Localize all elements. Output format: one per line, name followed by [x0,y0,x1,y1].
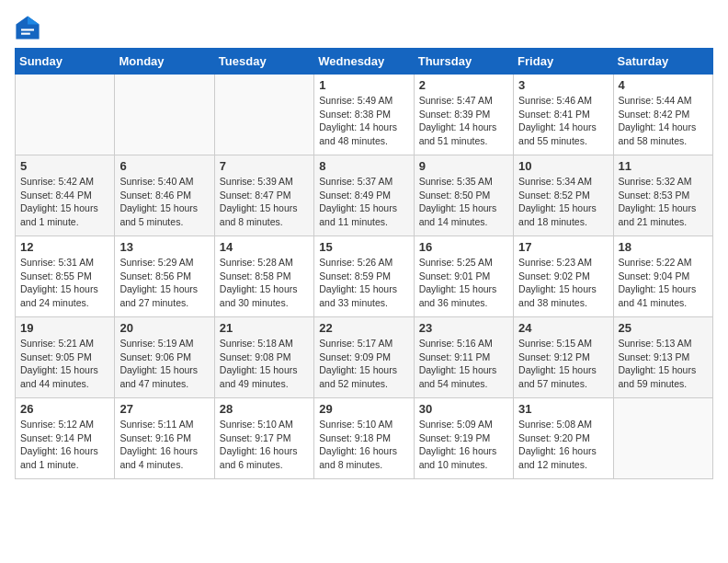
calendar-week-row: 19Sunrise: 5:21 AM Sunset: 9:05 PM Dayli… [16,317,713,398]
day-of-week-header: Thursday [414,49,513,75]
day-number: 26 [20,402,109,416]
calendar-cell: 15Sunrise: 5:26 AM Sunset: 8:59 PM Dayli… [314,236,414,317]
calendar-week-row: 26Sunrise: 5:12 AM Sunset: 9:14 PM Dayli… [16,398,713,479]
calendar-cell: 16Sunrise: 5:25 AM Sunset: 9:01 PM Dayli… [414,236,513,317]
day-number: 2 [419,78,508,92]
day-of-week-header: Monday [115,49,214,75]
day-info: Sunrise: 5:16 AM Sunset: 9:11 PM Dayligh… [419,337,508,391]
day-number: 27 [119,402,209,416]
calendar-cell: 19Sunrise: 5:21 AM Sunset: 9:05 PM Dayli… [16,317,115,398]
day-info: Sunrise: 5:34 AM Sunset: 8:52 PM Dayligh… [518,175,608,229]
day-info: Sunrise: 5:25 AM Sunset: 9:01 PM Dayligh… [419,256,508,310]
day-info: Sunrise: 5:18 AM Sunset: 9:08 PM Dayligh… [220,337,309,391]
calendar-week-row: 5Sunrise: 5:42 AM Sunset: 8:44 PM Daylig… [16,155,713,236]
day-number: 6 [119,159,209,173]
day-info: Sunrise: 5:28 AM Sunset: 8:58 PM Dayligh… [220,256,309,310]
day-info: Sunrise: 5:23 AM Sunset: 9:02 PM Dayligh… [518,256,608,310]
day-number: 29 [319,402,408,416]
calendar-cell: 6Sunrise: 5:40 AM Sunset: 8:46 PM Daylig… [115,155,214,236]
calendar-cell: 3Sunrise: 5:46 AM Sunset: 8:41 PM Daylig… [514,75,613,155]
calendar-cell: 22Sunrise: 5:17 AM Sunset: 9:09 PM Dayli… [314,317,414,398]
calendar-cell [214,75,313,155]
day-info: Sunrise: 5:13 AM Sunset: 9:13 PM Dayligh… [619,337,708,391]
day-info: Sunrise: 5:22 AM Sunset: 9:04 PM Dayligh… [619,256,708,310]
calendar-cell: 14Sunrise: 5:28 AM Sunset: 8:58 PM Dayli… [214,236,313,317]
day-of-week-header: Sunday [16,49,115,75]
day-info: Sunrise: 5:44 AM Sunset: 8:42 PM Dayligh… [619,94,708,148]
logo-icon [15,15,40,40]
calendar-cell: 20Sunrise: 5:19 AM Sunset: 9:06 PM Dayli… [115,317,214,398]
day-info: Sunrise: 5:35 AM Sunset: 8:50 PM Dayligh… [419,175,508,229]
calendar-cell: 23Sunrise: 5:16 AM Sunset: 9:11 PM Dayli… [414,317,513,398]
calendar-cell: 5Sunrise: 5:42 AM Sunset: 8:44 PM Daylig… [16,155,115,236]
day-info: Sunrise: 5:31 AM Sunset: 8:55 PM Dayligh… [20,256,109,310]
page-header [15,15,713,40]
day-number: 3 [518,78,608,92]
day-info: Sunrise: 5:11 AM Sunset: 9:16 PM Dayligh… [119,418,209,472]
svg-rect-3 [21,33,30,35]
day-of-week-header: Friday [514,49,613,75]
calendar-cell: 12Sunrise: 5:31 AM Sunset: 8:55 PM Dayli… [16,236,115,317]
day-number: 22 [319,321,408,335]
logo [15,15,42,40]
day-number: 24 [518,321,608,335]
calendar-cell: 28Sunrise: 5:10 AM Sunset: 9:17 PM Dayli… [214,398,313,479]
day-info: Sunrise: 5:49 AM Sunset: 8:38 PM Dayligh… [319,94,408,148]
day-number: 31 [518,402,608,416]
day-info: Sunrise: 5:37 AM Sunset: 8:49 PM Dayligh… [319,175,408,229]
day-number: 8 [319,159,408,173]
calendar-cell: 4Sunrise: 5:44 AM Sunset: 8:42 PM Daylig… [613,75,712,155]
day-number: 12 [20,240,109,254]
svg-rect-2 [21,29,34,30]
day-number: 7 [220,159,309,173]
day-number: 18 [619,240,708,254]
calendar-cell: 17Sunrise: 5:23 AM Sunset: 9:02 PM Dayli… [514,236,613,317]
calendar-cell: 18Sunrise: 5:22 AM Sunset: 9:04 PM Dayli… [613,236,712,317]
day-info: Sunrise: 5:47 AM Sunset: 8:39 PM Dayligh… [419,94,508,148]
calendar-cell: 26Sunrise: 5:12 AM Sunset: 9:14 PM Dayli… [16,398,115,479]
calendar-cell [16,75,115,155]
calendar-cell: 10Sunrise: 5:34 AM Sunset: 8:52 PM Dayli… [514,155,613,236]
calendar-cell: 21Sunrise: 5:18 AM Sunset: 9:08 PM Dayli… [214,317,313,398]
day-number: 14 [220,240,309,254]
day-number: 28 [220,402,309,416]
svg-marker-1 [28,16,40,24]
calendar-cell: 11Sunrise: 5:32 AM Sunset: 8:53 PM Dayli… [613,155,712,236]
day-info: Sunrise: 5:32 AM Sunset: 8:53 PM Dayligh… [619,175,708,229]
calendar-cell: 1Sunrise: 5:49 AM Sunset: 8:38 PM Daylig… [314,75,414,155]
day-info: Sunrise: 5:26 AM Sunset: 8:59 PM Dayligh… [319,256,408,310]
day-info: Sunrise: 5:12 AM Sunset: 9:14 PM Dayligh… [20,418,109,472]
day-number: 13 [119,240,209,254]
day-info: Sunrise: 5:40 AM Sunset: 8:46 PM Dayligh… [119,175,209,229]
calendar-table: SundayMondayTuesdayWednesdayThursdayFrid… [15,48,713,479]
day-info: Sunrise: 5:42 AM Sunset: 8:44 PM Dayligh… [20,175,109,229]
day-number: 11 [619,159,708,173]
day-number: 4 [619,78,708,92]
calendar-cell: 2Sunrise: 5:47 AM Sunset: 8:39 PM Daylig… [414,75,513,155]
calendar-cell: 25Sunrise: 5:13 AM Sunset: 9:13 PM Dayli… [613,317,712,398]
day-info: Sunrise: 5:21 AM Sunset: 9:05 PM Dayligh… [20,337,109,391]
calendar-cell: 31Sunrise: 5:08 AM Sunset: 9:20 PM Dayli… [514,398,613,479]
day-info: Sunrise: 5:29 AM Sunset: 8:56 PM Dayligh… [119,256,209,310]
day-number: 20 [119,321,209,335]
calendar-cell: 30Sunrise: 5:09 AM Sunset: 9:19 PM Dayli… [414,398,513,479]
calendar-cell: 8Sunrise: 5:37 AM Sunset: 8:49 PM Daylig… [314,155,414,236]
day-number: 17 [518,240,608,254]
day-number: 5 [20,159,109,173]
calendar-cell [115,75,214,155]
day-of-week-header: Saturday [613,49,712,75]
calendar-cell: 13Sunrise: 5:29 AM Sunset: 8:56 PM Dayli… [115,236,214,317]
day-number: 25 [619,321,708,335]
day-number: 19 [20,321,109,335]
calendar-cell: 29Sunrise: 5:10 AM Sunset: 9:18 PM Dayli… [314,398,414,479]
day-info: Sunrise: 5:09 AM Sunset: 9:19 PM Dayligh… [419,418,508,472]
day-info: Sunrise: 5:19 AM Sunset: 9:06 PM Dayligh… [119,337,209,391]
day-number: 30 [419,402,508,416]
calendar-week-row: 1Sunrise: 5:49 AM Sunset: 8:38 PM Daylig… [16,75,713,155]
calendar-cell: 27Sunrise: 5:11 AM Sunset: 9:16 PM Dayli… [115,398,214,479]
day-number: 15 [319,240,408,254]
calendar-cell: 24Sunrise: 5:15 AM Sunset: 9:12 PM Dayli… [514,317,613,398]
day-number: 21 [220,321,309,335]
day-number: 23 [419,321,508,335]
day-number: 16 [419,240,508,254]
